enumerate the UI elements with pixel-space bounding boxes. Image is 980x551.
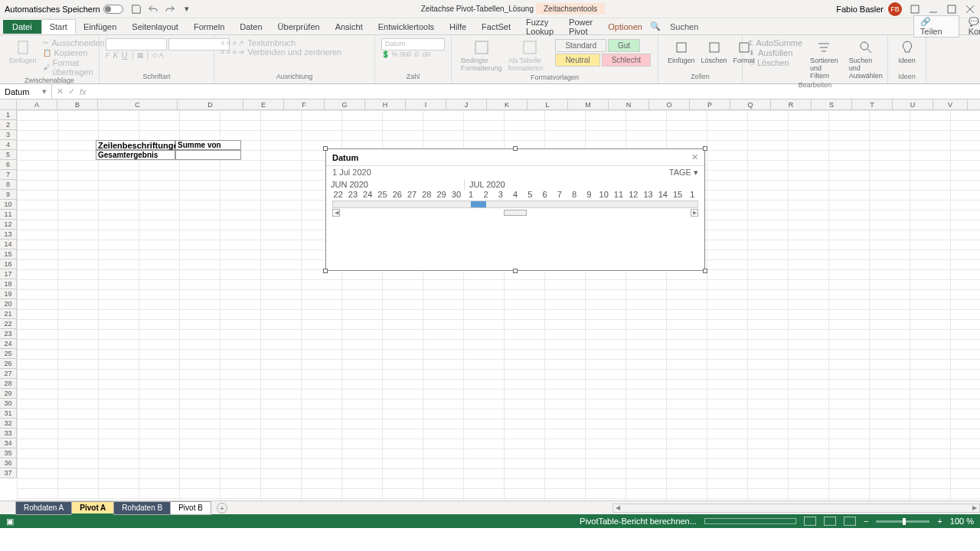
slicer-scroll-left[interactable]: ◀ xyxy=(332,209,340,217)
undo-icon[interactable] xyxy=(148,4,158,15)
col-header-K[interactable]: K xyxy=(487,99,528,109)
add-sheet-button[interactable]: + xyxy=(217,503,227,514)
row-header-8[interactable]: 8 xyxy=(0,180,16,190)
row-header-17[interactable]: 17 xyxy=(0,269,16,279)
col-header-R[interactable]: R xyxy=(771,99,812,109)
zoom-out-icon[interactable]: − xyxy=(864,517,868,526)
tab-fuzzy[interactable]: Fuzzy Lookup xyxy=(518,15,561,38)
tab-file[interactable]: Datei xyxy=(3,20,41,34)
col-header-L[interactable]: L xyxy=(528,99,568,109)
col-header-B[interactable]: B xyxy=(57,99,98,109)
pivot-grandtotal-value[interactable] xyxy=(175,150,241,160)
view-normal-icon[interactable] xyxy=(804,517,816,526)
row-header-27[interactable]: 27 xyxy=(0,369,16,379)
col-header-M[interactable]: M xyxy=(568,99,609,109)
pivot-rowlabels-header[interactable]: Zeilenbeschriftungen ▾ xyxy=(96,140,175,150)
row-header-23[interactable]: 23 xyxy=(0,329,16,339)
row-header-12[interactable]: 12 xyxy=(0,220,16,230)
user-account[interactable]: Fabio Basler FB xyxy=(836,2,902,16)
slicer-day[interactable]: 9 xyxy=(582,190,596,199)
slicer-day[interactable]: 29 xyxy=(434,190,449,199)
search-icon[interactable]: 🔍 xyxy=(650,21,661,31)
ribbon-options-icon[interactable] xyxy=(910,4,920,15)
slicer-day[interactable]: 15 xyxy=(670,190,684,199)
slicer-day[interactable]: 11 xyxy=(611,190,626,199)
resize-handle-nw[interactable] xyxy=(323,146,328,151)
col-header-O[interactable]: O xyxy=(649,99,690,109)
tab-pagelayout[interactable]: Seitenlayout xyxy=(124,20,186,34)
insert-cells-button[interactable]: Einfügen xyxy=(665,38,698,66)
style-standard[interactable]: Standard xyxy=(555,39,606,52)
tab-developer[interactable]: Entwicklertools xyxy=(371,20,442,34)
close-icon[interactable] xyxy=(965,4,975,15)
tab-factset[interactable]: FactSet xyxy=(474,20,518,34)
row-header-33[interactable]: 33 xyxy=(0,429,16,439)
row-header-11[interactable]: 11 xyxy=(0,210,16,220)
col-header-N[interactable]: N xyxy=(609,99,649,109)
row-header-30[interactable]: 30 xyxy=(0,399,16,409)
qat-dropdown-icon[interactable]: ▾ xyxy=(181,4,192,15)
tab-review[interactable]: Überprüfen xyxy=(270,20,328,34)
tab-help[interactable]: Hilfe xyxy=(442,20,474,34)
row-header-10[interactable]: 10 xyxy=(0,200,16,210)
style-neutral[interactable]: Neutral xyxy=(555,54,599,67)
slicer-day[interactable]: 2 xyxy=(479,190,493,199)
col-header-V[interactable]: V xyxy=(933,99,968,109)
col-header-I[interactable]: I xyxy=(406,99,446,109)
slicer-day[interactable]: 22 xyxy=(331,190,345,199)
redo-icon[interactable] xyxy=(165,4,175,15)
row-header-15[interactable]: 15 xyxy=(0,249,16,259)
name-box[interactable]: Datum▾ xyxy=(0,84,52,99)
row-header-21[interactable]: 21 xyxy=(0,309,16,319)
col-header-Q[interactable]: Q xyxy=(730,99,771,109)
col-header-A[interactable]: A xyxy=(17,99,57,109)
slicer-day[interactable]: 24 xyxy=(361,190,375,199)
slicer-day[interactable]: 3 xyxy=(493,190,508,199)
row-header-34[interactable]: 34 xyxy=(0,439,16,448)
search-placeholder[interactable]: Suchen xyxy=(670,22,698,31)
slicer-day[interactable]: 13 xyxy=(641,190,655,199)
sheet-tab[interactable]: Pivot B xyxy=(170,501,211,515)
row-header-35[interactable]: 35 xyxy=(0,448,16,458)
resize-handle-ne[interactable] xyxy=(703,146,707,151)
share-button[interactable]: 🔗 Teilen xyxy=(913,15,959,37)
minimize-icon[interactable] xyxy=(928,4,939,15)
slicer-day[interactable]: 8 xyxy=(567,190,582,199)
fx-icon[interactable]: fx xyxy=(80,87,87,96)
row-header-1[interactable]: 1 xyxy=(0,110,16,120)
tab-insert[interactable]: Einfügen xyxy=(76,20,124,34)
tab-view[interactable]: Ansicht xyxy=(328,20,371,34)
tab-start[interactable]: Start xyxy=(41,19,76,34)
slicer-day[interactable]: 28 xyxy=(420,190,434,199)
tab-options[interactable]: Optionen xyxy=(600,20,650,34)
slicer-scroll-thumb[interactable] xyxy=(504,210,527,216)
col-header-E[interactable]: E xyxy=(243,99,284,109)
row-header-2[interactable]: 2 xyxy=(0,120,16,130)
col-header-H[interactable]: H xyxy=(365,99,406,109)
comments-button[interactable]: 💬 Kommentare xyxy=(969,17,980,36)
col-header-F[interactable]: F xyxy=(284,99,325,109)
sheet-tab[interactable]: Pivot A xyxy=(71,501,114,515)
timeline-slicer[interactable]: Datum ⨯ 1 Jul 2020 TAGE ▾ JUN 2020 JUL 2… xyxy=(325,148,705,271)
row-header-24[interactable]: 24 xyxy=(0,339,16,349)
slicer-day[interactable]: 10 xyxy=(596,190,611,199)
find-select-button[interactable]: Suchen und Auswählen xyxy=(846,38,886,81)
pivot-grandtotal[interactable]: Gesamtergebnis xyxy=(96,150,175,160)
row-header-28[interactable]: 28 xyxy=(0,379,16,389)
col-header-P[interactable]: P xyxy=(690,99,730,109)
slicer-day[interactable]: 23 xyxy=(345,190,360,199)
slicer-day[interactable]: 1 xyxy=(464,190,479,199)
style-bad[interactable]: Schlecht xyxy=(602,54,651,67)
autosave-toggle[interactable]: Automatisches Speichern xyxy=(5,5,123,14)
maximize-icon[interactable] xyxy=(946,4,957,15)
row-header-7[interactable]: 7 xyxy=(0,170,16,180)
slicer-day[interactable]: 12 xyxy=(626,190,641,199)
resize-handle-s[interactable] xyxy=(513,269,518,273)
slicer-level-dropdown[interactable]: TAGE ▾ xyxy=(669,168,698,178)
col-header-T[interactable]: T xyxy=(852,99,893,109)
view-pagebreak-icon[interactable] xyxy=(844,517,856,526)
view-layout-icon[interactable] xyxy=(824,517,836,526)
delete-cells-button[interactable]: Löschen xyxy=(698,38,730,66)
resize-handle-sw[interactable] xyxy=(323,269,328,273)
row-header-3[interactable]: 3 xyxy=(0,130,16,140)
